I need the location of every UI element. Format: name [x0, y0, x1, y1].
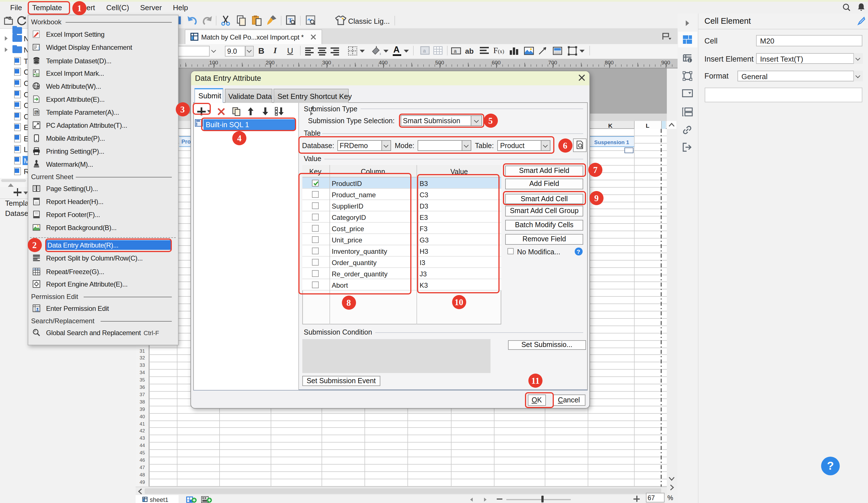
svg-text:a: a — [423, 48, 426, 54]
svg-text:P: P — [35, 111, 38, 114]
svg-text:i: i — [689, 58, 690, 63]
svg-text:a: a — [454, 48, 457, 54]
svg-text:X: X — [34, 70, 37, 74]
